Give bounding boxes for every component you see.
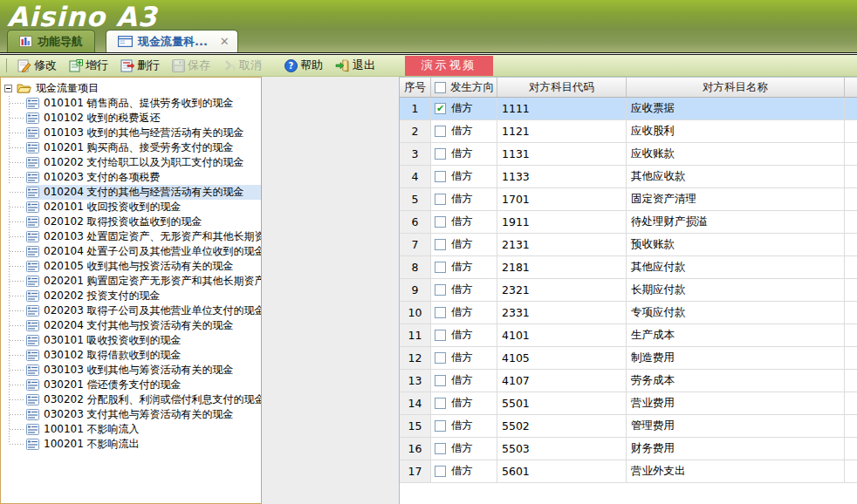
column-header-name[interactable]: 对方科目名称	[627, 78, 845, 97]
account-code-cell: 1133	[497, 166, 627, 187]
tree-item-010203[interactable]: 010203 支付的各项税费	[1, 170, 261, 185]
document-icon	[26, 216, 39, 228]
tree-item-100201[interactable]: 100201 不影响流出	[1, 437, 261, 452]
tree-item-020105[interactable]: 020105 收到其他与投资活动有关的现金	[1, 259, 261, 274]
tree-item-020104[interactable]: 020104 处置子公司及其他营业单位收到的现金	[1, 244, 261, 259]
row-checkbox[interactable]	[435, 148, 446, 160]
tree-item-030202[interactable]: 030202 分配股利、利润或偿付利息支付的现金	[1, 392, 261, 407]
toolbar-button-label: 取消	[239, 58, 262, 73]
tree-item-010103[interactable]: 010103 收到的其他与经营活动有关的现金	[1, 126, 261, 140]
account-name-cell: 长期应付款	[627, 279, 845, 301]
table-row[interactable]: 11借方4101生产成本	[400, 324, 857, 347]
tree-item-020103[interactable]: 020103 处置固定资产、无形资产和其他长期资	[1, 229, 261, 244]
collapse-expander-icon[interactable]	[4, 85, 12, 92]
table-row[interactable]: 15借方5502管理费用	[400, 415, 857, 438]
column-header-no[interactable]: 序号	[400, 78, 431, 97]
filler-cell	[845, 120, 857, 142]
tree-item-010202[interactable]: 010202 支付给职工以及为职工支付的现金	[1, 155, 261, 170]
table-row[interactable]: 4借方1133其他应收款	[400, 166, 857, 188]
add-row-icon	[69, 59, 83, 72]
tree-item-030203[interactable]: 030203 支付其他与筹资活动有关的现金	[1, 407, 261, 422]
row-number-cell: 17	[400, 460, 431, 482]
tree-item-100101[interactable]: 100101 不影响流入	[1, 422, 261, 437]
table-row[interactable]: 1✔借方1111应收票据	[400, 98, 857, 120]
row-checkbox[interactable]	[435, 330, 446, 341]
table-row[interactable]: 13借方4107劳务成本	[400, 370, 857, 392]
row-checkbox[interactable]	[435, 216, 446, 228]
row-checkbox[interactable]	[435, 352, 446, 364]
tree-item-020102[interactable]: 020102 取得投资收益收到的现金	[1, 215, 261, 229]
add-row-button[interactable]: 增行	[63, 57, 114, 74]
table-row[interactable]: 6借方1911待处理财产损溢	[400, 211, 857, 234]
filler-cell	[845, 98, 857, 119]
table-row[interactable]: 8借方2181其他应付款	[400, 256, 857, 279]
row-number-cell: 6	[400, 211, 431, 233]
edit-icon	[17, 59, 31, 72]
row-checkbox[interactable]	[435, 398, 446, 409]
tree-item-010102[interactable]: 010102 收到的税费返还	[1, 111, 261, 126]
tree-item-010201[interactable]: 010201 购买商品、接受劳务支付的现金	[1, 140, 261, 155]
tree-item-label: 020102 取得投资收益收到的现金	[44, 215, 202, 229]
tree-item-010204[interactable]: 010204 支付的其他与经营活动有关的现金	[1, 185, 261, 200]
row-checkbox[interactable]	[435, 262, 446, 273]
table-row[interactable]: 10借方2331专项应付款	[400, 302, 857, 324]
column-header-direction[interactable]: 发生方向	[431, 78, 497, 97]
row-checkbox[interactable]	[435, 171, 446, 182]
row-checkbox[interactable]	[435, 307, 446, 318]
document-icon	[26, 276, 39, 287]
row-checkbox-checked[interactable]: ✔	[435, 103, 446, 114]
tree-item-020202[interactable]: 020202 投资支付的现金	[1, 289, 261, 303]
tree-item-020201[interactable]: 020201 购置固定资产无形资产和其他长期资产	[1, 274, 261, 289]
account-code-cell: 1131	[497, 143, 627, 165]
table-row[interactable]: 16借方5503财务费用	[400, 438, 857, 460]
filler-cell	[845, 460, 857, 482]
direction-value: 借方	[451, 124, 473, 139]
delete-row-button[interactable]: 删行	[114, 57, 166, 74]
tree-item-030201[interactable]: 030201 偿还债务支付的现金	[1, 378, 261, 392]
tree-root[interactable]: 现金流量项目	[1, 80, 261, 96]
row-checkbox[interactable]	[435, 239, 446, 250]
direction-value: 借方	[451, 260, 473, 275]
account-name-cell: 应收票据	[627, 98, 845, 119]
exit-button[interactable]: 退出	[329, 57, 381, 74]
tree-item-010101[interactable]: 010101 销售商品、提供劳务收到的现金	[1, 96, 261, 111]
direction-cell: 借方	[431, 324, 497, 346]
tree-item-020101[interactable]: 020101 收回投资收到的现金	[1, 200, 261, 215]
document-icon	[26, 409, 39, 420]
tree-item-label: 020204 支付其他与投资活动有关的现金	[44, 318, 234, 333]
tree-item-030102[interactable]: 030102 取得借款收到的现金	[1, 348, 261, 363]
row-checkbox[interactable]	[435, 284, 446, 296]
table-row[interactable]: 2借方1121应收股利	[400, 120, 857, 143]
table-row[interactable]: 17借方5601营业外支出	[400, 460, 857, 483]
demo-video-button[interactable]: 演示视频	[405, 56, 493, 76]
table-row[interactable]: 9借方2321长期应付款	[400, 279, 857, 302]
table-row[interactable]: 5借方1701固定资产清理	[400, 188, 857, 211]
help-button[interactable]: ?帮助	[278, 57, 329, 74]
tree-item-030103[interactable]: 030103 收到其他与筹资活动有关的现金	[1, 363, 261, 378]
direction-cell: 借方	[431, 166, 497, 187]
table-row[interactable]: 14借方5501营业费用	[400, 392, 857, 415]
table-row[interactable]: 3借方1131应收账款	[400, 143, 857, 166]
tab-cash-flow-accounts[interactable]: 现金流量科...✕	[106, 30, 238, 52]
row-number-cell: 8	[400, 256, 431, 278]
column-header-code[interactable]: 对方科目代码	[497, 78, 627, 97]
modify-button[interactable]: 修改	[11, 57, 63, 74]
row-checkbox[interactable]	[435, 126, 446, 137]
row-checkbox[interactable]	[435, 375, 446, 386]
tree-item-030101[interactable]: 030101 吸收投资收到的现金	[1, 333, 261, 348]
direction-cell: 借方	[431, 279, 497, 301]
table-row[interactable]: 12借方4105制造费用	[400, 347, 857, 370]
table-row[interactable]: 7借方2131预收账款	[400, 234, 857, 256]
account-code-cell: 1121	[497, 120, 627, 142]
select-all-checkbox[interactable]	[435, 82, 446, 93]
row-checkbox[interactable]	[435, 420, 446, 432]
tab-close-icon[interactable]: ✕	[220, 35, 230, 48]
filler-cell	[845, 370, 857, 392]
tab-function-navigation[interactable]: 功能导航	[7, 30, 95, 52]
tree-item-020204[interactable]: 020204 支付其他与投资活动有关的现金	[1, 318, 261, 333]
tree-item-020203[interactable]: 020203 取得子公司及其他营业单位支付的现金	[1, 303, 261, 318]
row-checkbox[interactable]	[435, 443, 446, 454]
row-checkbox[interactable]	[435, 466, 446, 477]
account-name-cell: 其他应收款	[627, 166, 845, 187]
row-checkbox[interactable]	[435, 194, 446, 205]
